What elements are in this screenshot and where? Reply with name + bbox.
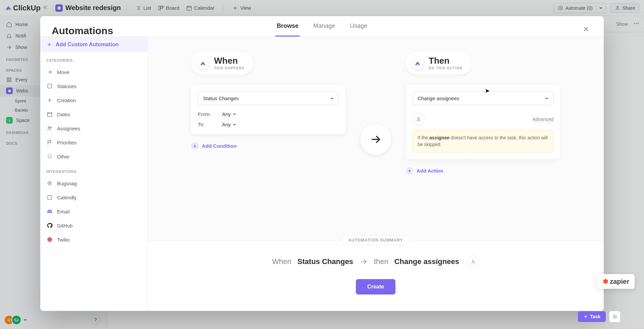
- add-custom-automation[interactable]: Add Custom Automation: [40, 37, 147, 52]
- github-icon: [46, 222, 53, 229]
- apps-grid-button[interactable]: [609, 311, 621, 322]
- plus-icon: +: [191, 142, 199, 149]
- to-row: To: Any: [198, 122, 339, 127]
- svg-point-41: [616, 318, 617, 319]
- access-warning: If the assignee doesn't have access to t…: [413, 130, 553, 152]
- int-github[interactable]: GitHub: [40, 218, 147, 233]
- svg-rect-24: [48, 196, 52, 199]
- svg-point-40: [614, 318, 615, 319]
- to-select[interactable]: Any: [222, 122, 236, 127]
- cat-assignees[interactable]: Assignees: [40, 121, 147, 135]
- warn-prefix: If the: [418, 135, 429, 140]
- automation-builder: When THIS HAPPENS Status Changes From:: [148, 37, 604, 311]
- zapier-badge[interactable]: ✱ zapier: [597, 274, 635, 289]
- cat-label: Other: [57, 154, 70, 159]
- builder-columns: When THIS HAPPENS Status Changes From:: [148, 37, 604, 224]
- action-select[interactable]: Change assignees: [413, 91, 553, 105]
- svg-point-21: [50, 127, 52, 128]
- add-condition-label: Add Condition: [202, 143, 236, 149]
- svg-point-29: [49, 240, 49, 241]
- cat-creation[interactable]: Creation: [40, 93, 147, 107]
- svg-point-23: [49, 183, 50, 184]
- summary-assignee-slot[interactable]: [467, 256, 479, 268]
- calendar-icon: [46, 111, 53, 118]
- svg-point-20: [48, 127, 50, 128]
- svg-point-30: [50, 240, 51, 241]
- svg-rect-19: [47, 113, 52, 117]
- svg-point-27: [49, 239, 49, 239]
- cat-move[interactable]: Move: [40, 65, 147, 79]
- int-email[interactable]: Email: [40, 204, 147, 218]
- move-icon: [46, 69, 53, 75]
- from-row: From: Any: [198, 111, 339, 117]
- int-calendly[interactable]: Calendly: [40, 190, 147, 204]
- modal-tabs: Browse Manage Usage: [275, 19, 369, 37]
- summary-then-val: Change assignees: [394, 257, 459, 266]
- add-action[interactable]: + Add Action: [406, 167, 560, 175]
- tab-usage[interactable]: Usage: [348, 19, 369, 37]
- modal-header: Automations Browse Manage Usage: [40, 16, 604, 37]
- int-label: Email: [57, 209, 70, 214]
- cat-label: Creation: [57, 97, 76, 103]
- from-value: Any: [222, 111, 231, 117]
- cat-dates[interactable]: Dates: [40, 107, 147, 121]
- int-bugsnag[interactable]: Bugsnag: [40, 176, 147, 190]
- modal-overlay: Automations Browse Manage Usage Add Cust…: [0, 0, 644, 329]
- add-action-label: Add Action: [417, 168, 443, 174]
- when-sub: THIS HAPPENS: [214, 66, 245, 70]
- bugsnag-icon: [46, 180, 53, 187]
- chevron-down-icon: [545, 95, 548, 101]
- trigger-select[interactable]: Status Changes: [198, 91, 339, 105]
- flow-arrow: [360, 124, 391, 155]
- task-label: Task: [590, 314, 600, 319]
- summary-when-val: Status Changes: [298, 257, 353, 266]
- int-label: Bugsnag: [57, 181, 77, 186]
- svg-point-33: [613, 315, 614, 316]
- sparkle-icon: [46, 153, 53, 160]
- add-condition[interactable]: + Add Condition: [191, 142, 345, 149]
- svg-point-26: [47, 237, 52, 242]
- people-icon: [46, 125, 53, 132]
- twilio-icon: [46, 236, 53, 243]
- svg-point-39: [613, 318, 614, 319]
- svg-point-22: [48, 182, 52, 185]
- create-button[interactable]: Create: [356, 279, 395, 294]
- task-fab: Task: [578, 311, 621, 322]
- from-select[interactable]: Any: [222, 111, 236, 117]
- tab-manage[interactable]: Manage: [312, 19, 336, 37]
- when-column: When THIS HAPPENS Status Changes From:: [191, 52, 345, 149]
- assignee-row: Advanced: [413, 111, 553, 130]
- int-label: Twilio: [57, 237, 70, 243]
- trigger-value: Status Changes: [203, 95, 239, 101]
- when-card: Status Changes From: Any: [191, 85, 345, 134]
- new-task-button[interactable]: Task: [578, 311, 606, 322]
- then-sub: DO THIS ACTION: [429, 66, 463, 70]
- svg-point-34: [614, 315, 615, 316]
- svg-point-28: [50, 239, 51, 239]
- add-assignee-button[interactable]: [413, 113, 425, 125]
- to-value: Any: [222, 122, 231, 127]
- chevron-down-icon: [233, 122, 236, 127]
- status-icon: [46, 83, 53, 89]
- int-twilio[interactable]: Twilio: [40, 233, 147, 247]
- cat-other[interactable]: Other: [40, 149, 147, 163]
- advanced-link[interactable]: Advanced: [533, 117, 553, 122]
- integrations-label: INTEGRATIONS:: [40, 163, 147, 176]
- cat-priorities[interactable]: Priorities: [40, 135, 147, 149]
- arrow-right-icon: [359, 257, 368, 266]
- then-pill: Then DO THIS ACTION: [406, 52, 471, 75]
- calendly-icon: [46, 194, 53, 201]
- when-title: When: [214, 56, 245, 65]
- to-label: To:: [198, 122, 215, 127]
- then-title: Then: [429, 56, 463, 65]
- chevron-down-icon: [233, 111, 236, 117]
- cat-label: Statuses: [57, 83, 76, 89]
- tab-browse[interactable]: Browse: [275, 19, 300, 37]
- automation-side-list: Add Custom Automation CATEGORIES: Move S…: [40, 37, 148, 311]
- chevron-down-icon: [330, 95, 334, 101]
- cat-statuses[interactable]: Statuses: [40, 79, 147, 93]
- cat-label: Assignees: [57, 126, 80, 131]
- close-icon[interactable]: [580, 23, 592, 37]
- action-value: Change assignees: [418, 95, 459, 101]
- when-pill: When THIS HAPPENS: [191, 52, 253, 75]
